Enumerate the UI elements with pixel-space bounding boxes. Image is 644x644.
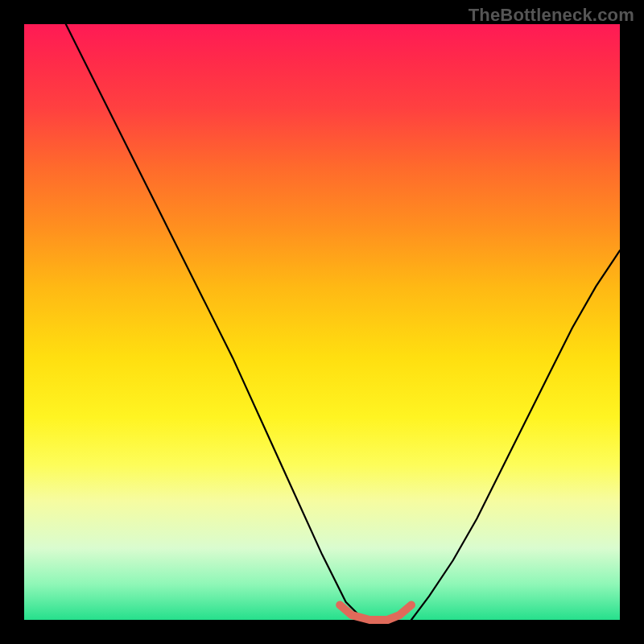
watermark-text: TheBottleneck.com <box>469 5 634 26</box>
right-curve-line <box>411 250 620 620</box>
chart-frame: TheBottleneck.com <box>0 0 644 644</box>
chart-svg <box>24 24 620 620</box>
plot-area <box>24 24 620 620</box>
left-curve-line <box>66 24 364 620</box>
